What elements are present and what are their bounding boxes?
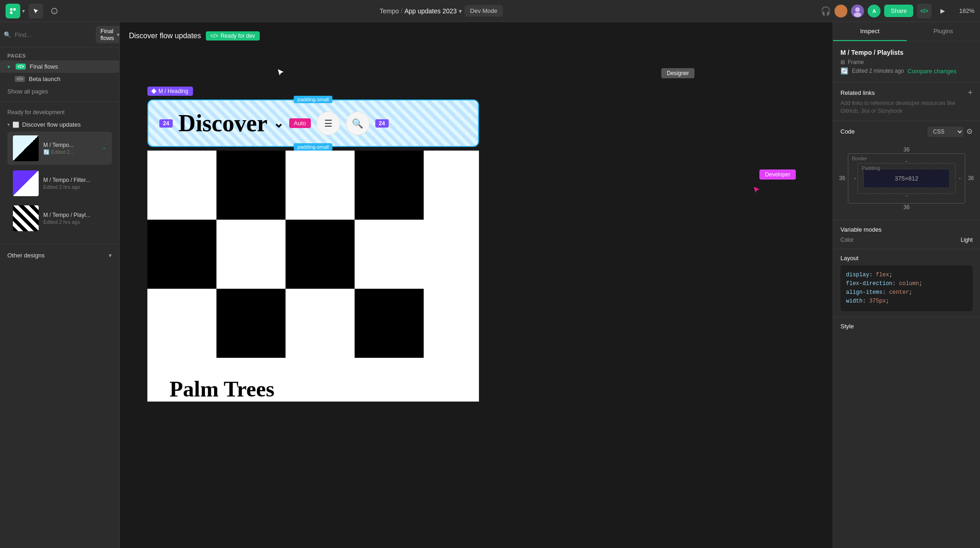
ready-badge-label: Ready for dev (221, 33, 255, 39)
sidebar-item-final-flows[interactable]: ▾ </> Final flows (0, 60, 119, 73)
frame-type-label: ⊞ Frame (840, 59, 973, 65)
code-controls: CSS Swift Android ⚙ (928, 127, 973, 137)
breadcrumb-chevron[interactable]: ▾ (459, 7, 462, 15)
variable-modes-section: Variable modes Color Light (833, 221, 980, 249)
ready-badge-icon: </> (210, 33, 218, 39)
spacing-right-badge: 24 (375, 119, 389, 128)
tab-inspect[interactable]: Inspect (833, 22, 907, 41)
checker-cell-1 (147, 151, 216, 220)
search-icon: 🔍 (4, 31, 11, 38)
checker-cell-5 (147, 220, 216, 289)
svg-rect-2 (10, 12, 12, 14)
frame-item-3[interactable]: M / Tempo / Playl... Edited 2 hrs ago (7, 202, 112, 235)
menu-button[interactable]: ☰ (316, 111, 340, 135)
page-expand-icon: ▾ (7, 64, 10, 70)
menu-lines-icon: ☰ (324, 118, 332, 129)
code-button[interactable]: </> (917, 4, 932, 18)
page-code-icon: </> (16, 64, 26, 70)
checker-row-1 (147, 151, 479, 220)
frame-name-3: M / Tempo / Playl... (43, 212, 106, 218)
box-bottom-num: 36 (904, 204, 910, 210)
box-model-container: Border 36 36 36 36 Padding - - - - 375×8… (840, 142, 973, 215)
sidebar-item-beta-launch[interactable]: </> Beta launch (0, 73, 119, 85)
search-button[interactable]: 🔍 (346, 111, 370, 135)
frame-name-1: M / Tempo... (43, 142, 96, 148)
page-selector-chevron: ▾ (117, 32, 120, 38)
spacing-left-badge: 24 (159, 119, 173, 128)
page-selector-button[interactable]: Final flows ▾ (96, 26, 120, 43)
frame-info-2: M / Tempo / Filter... Edited 2 hrs ago (43, 177, 106, 190)
frame-item-1[interactable]: M / Tempo... 🔄 Edited 2... → (7, 132, 112, 165)
logo-button[interactable] (6, 4, 20, 18)
cursor-indicator (276, 68, 286, 80)
frame-info-3: M / Tempo / Playl... Edited 2 hrs ago (43, 212, 106, 225)
search-input[interactable] (15, 31, 92, 38)
code-line-4: width: 375px; (846, 297, 967, 306)
comment-tool[interactable] (47, 4, 62, 18)
main-frame: M / Heading padding-small padding-small … (147, 87, 479, 402)
frame-time-text-1: Edited 2... (51, 149, 74, 155)
select-tool[interactable] (29, 4, 43, 18)
developer-cursor (753, 186, 761, 196)
breadcrumb[interactable]: Tempo / App updates 2023 ▾ (379, 7, 462, 15)
code-block: display: flex; flex-direction: column; a… (840, 265, 973, 312)
padding-top: - (906, 158, 908, 164)
code-line-1: display: flex; (846, 271, 967, 280)
frame-clock-icon: 🔄 (43, 149, 50, 155)
edit-info: 🔄 Edited 2 minutes ago Compare changes (840, 67, 973, 75)
code-line-3: align-items: center; (846, 288, 967, 297)
ready-for-dev-badge[interactable]: </> Ready for dev (206, 31, 260, 41)
discover-text: Discover (178, 110, 267, 137)
pages-section: Pages (0, 47, 119, 60)
frame-time-2: Edited 2 hrs ago (43, 184, 106, 190)
checker-cell-12 (355, 289, 424, 358)
canvas-title: Discover flow updates (129, 32, 201, 40)
frame-nav-arrow-1[interactable]: → (101, 145, 106, 152)
checker-cell-2 (216, 151, 286, 220)
code-language-select[interactable]: CSS Swift Android (928, 127, 963, 137)
frame-name-2: M / Tempo / Filter... (43, 177, 106, 183)
related-links-title: Related links (840, 89, 875, 96)
related-links-header: Related links + (833, 82, 980, 99)
other-designs-section[interactable]: Other designs ▾ (0, 248, 119, 262)
dev-mode-button[interactable]: Dev Mode (465, 5, 503, 17)
box-dimensions-inner: 375×812 (863, 169, 950, 188)
workspace-menu[interactable]: ▾ (6, 4, 25, 18)
code-line-2: flex-direction: column; (846, 280, 967, 288)
code-section-title: Code (840, 128, 855, 135)
share-button[interactable]: Share (884, 5, 913, 17)
checker-cell-11 (286, 289, 355, 358)
frame-thumb-1 (13, 135, 39, 161)
frame-group-header[interactable]: ▾ ⬜ Discover flow updates (7, 119, 112, 130)
frame-thumb-3 (13, 205, 39, 231)
color-mode-value: Light (961, 237, 973, 243)
box-top-num: 36 (904, 146, 910, 153)
ready-section-title: Ready for development (7, 109, 112, 116)
page-label-beta-launch: Beta launch (29, 76, 60, 82)
palm-trees-container: Palm Trees (147, 358, 479, 402)
clock-icon: 🔄 (840, 67, 848, 75)
ready-for-dev-section: Ready for development ▾ ⬜ Discover flow … (0, 105, 119, 240)
right-panel-tabs: Inspect Plugins (833, 22, 980, 41)
code-section-header: Code CSS Swift Android ⚙ (840, 127, 973, 137)
edit-time-label: Edited 2 minutes ago (852, 68, 904, 74)
headphone-icon: 🎧 (821, 6, 831, 16)
page-label-final-flows: Final flows (29, 63, 58, 70)
group-expand-arrow: ▾ (7, 122, 10, 127)
padding-right: - (959, 175, 961, 181)
frame-thumb-2 (13, 170, 39, 196)
frame-type-icon: ⊞ (840, 59, 845, 65)
checker-row-3 (147, 289, 479, 358)
code-settings-icon[interactable]: ⚙ (966, 127, 973, 136)
svg-point-5 (855, 7, 860, 12)
topbar-right: 🎧 A Share </> ▶ 182% (821, 4, 974, 18)
tab-plugins[interactable]: Plugins (907, 22, 980, 41)
developer-badge: Developer (759, 169, 796, 180)
compare-changes-link[interactable]: Compare changes (908, 68, 957, 75)
show-all-pages[interactable]: Show all pages (0, 85, 119, 98)
add-related-link-button[interactable]: + (968, 88, 973, 98)
chevron-down-icon: ⌄ (273, 116, 284, 131)
play-button[interactable]: ▶ (935, 4, 950, 18)
frame-item-2[interactable]: M / Tempo / Filter... Edited 2 hrs ago (7, 167, 112, 200)
topbar-left: ▾ (6, 4, 62, 18)
